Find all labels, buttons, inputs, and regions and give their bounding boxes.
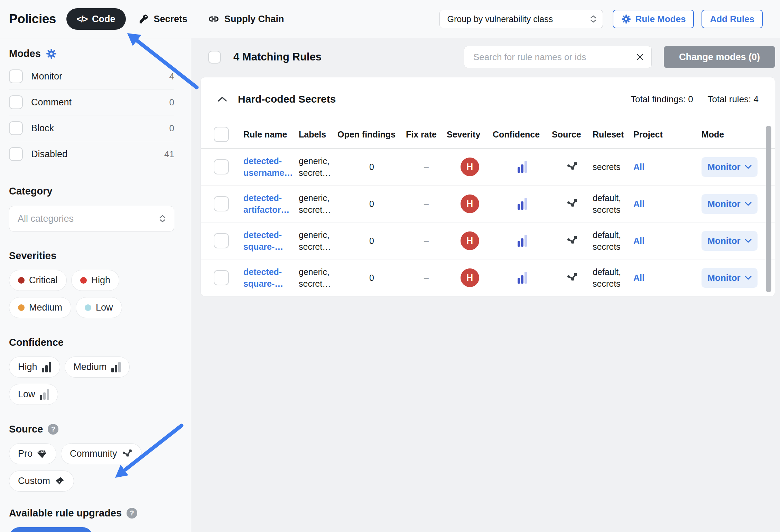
add-rules-label: Add Rules — [710, 14, 754, 25]
table-row: detected-square-… generic,secret… 0 – H … — [201, 222, 775, 259]
project-all-link[interactable]: All — [633, 236, 702, 246]
open-findings-value: 0 — [337, 162, 406, 172]
project-all-link[interactable]: All — [633, 273, 702, 283]
open-findings-value: 0 — [337, 199, 406, 209]
rule-group-card: Hard-coded Secrets Total findings: 0 Tot… — [201, 77, 775, 296]
select-chevrons-icon — [590, 15, 596, 23]
comment-checkbox[interactable] — [9, 95, 23, 109]
severity-high-badge: H — [461, 194, 479, 213]
severities-title: Severities — [9, 250, 174, 262]
rules-main: 4 Matching Rules Change modes (0) Hard-c… — [192, 38, 780, 532]
pill-label: Medium — [74, 362, 107, 372]
col-open-findings: Open findings — [337, 130, 406, 140]
secrets-upgrade-button[interactable]: Secrets — [9, 527, 93, 532]
mode-label: Block — [31, 123, 54, 134]
pen-nib-icon — [55, 476, 65, 486]
gear-icon — [621, 14, 631, 24]
filters-sidebar: Modes Monitor 4 Comment 0 Block 0 — [0, 38, 191, 532]
pill-label: Low — [96, 302, 113, 313]
block-checkbox[interactable] — [9, 121, 23, 135]
ruleset-value: default,secrets — [593, 192, 633, 216]
select-all-checkbox[interactable] — [208, 51, 221, 64]
monitor-checkbox[interactable] — [9, 69, 23, 83]
group-by-select[interactable]: Group by vulnerability class — [439, 10, 603, 28]
confidence-pill-medium[interactable]: Medium — [65, 357, 130, 378]
rule-modes-label: Rule Modes — [635, 14, 686, 25]
rule-labels: generic,secret… — [299, 266, 337, 289]
community-source-icon — [552, 235, 593, 247]
rule-labels: generic,secret… — [299, 155, 337, 179]
matching-rules-count: 4 Matching Rules — [233, 51, 322, 63]
mode-dropdown[interactable]: Monitor — [702, 268, 758, 288]
mode-row-block[interactable]: Block 0 — [9, 115, 174, 141]
mode-count: 0 — [169, 123, 174, 134]
confidence-low-bars-icon — [40, 389, 49, 400]
clear-search-icon[interactable] — [635, 53, 644, 61]
tab-code-label: Code — [92, 14, 115, 25]
tab-secrets[interactable]: Secrets — [138, 14, 188, 25]
mode-row-comment[interactable]: Comment 0 — [9, 89, 174, 115]
project-all-link[interactable]: All — [633, 162, 702, 172]
col-fix-rate: Fix rate — [406, 130, 447, 140]
pill-label: Pro — [18, 448, 32, 459]
pill-label: Community — [70, 448, 117, 459]
rule-name-link[interactable]: detected-artifactor… — [243, 192, 299, 216]
vertical-scrollbar-thumb[interactable] — [766, 126, 771, 292]
source-pill-custom[interactable]: Custom — [9, 471, 74, 492]
table-row: detected-artifactor… generic,secret… 0 –… — [201, 186, 775, 222]
row-checkbox[interactable] — [214, 196, 229, 211]
ruleset-value: default,secrets — [593, 229, 633, 253]
mode-dropdown[interactable]: Monitor — [702, 157, 758, 177]
severity-pill-medium[interactable]: Medium — [9, 297, 71, 318]
rule-name-link[interactable]: detected-square-… — [243, 229, 299, 253]
modes-settings-gear-icon[interactable] — [46, 48, 57, 59]
rule-search-input[interactable] — [473, 51, 635, 63]
tab-supply-chain[interactable]: Supply Chain — [208, 13, 284, 25]
change-modes-button[interactable]: Change modes (0) — [664, 46, 775, 68]
severity-pill-critical[interactable]: Critical — [9, 270, 67, 291]
severity-high-badge: H — [461, 158, 479, 176]
pill-label: Critical — [29, 275, 58, 286]
pill-label: Low — [18, 389, 35, 400]
fix-rate-value: – — [406, 236, 447, 246]
confidence-pill-low[interactable]: Low — [9, 384, 58, 405]
mode-label: Disabled — [31, 149, 67, 160]
category-select[interactable]: All categories — [9, 206, 174, 231]
add-rules-button[interactable]: Add Rules — [702, 10, 763, 28]
confidence-medium-bars-icon — [111, 362, 121, 372]
select-group-checkbox[interactable] — [214, 127, 229, 142]
disabled-checkbox[interactable] — [9, 147, 23, 161]
severity-pill-low[interactable]: Low — [76, 297, 122, 318]
rule-name-link[interactable]: detected-square-… — [243, 266, 299, 289]
collapse-chevron-icon[interactable] — [216, 93, 228, 105]
mode-label: Comment — [31, 97, 72, 108]
rule-group-title: Hard-coded Secrets — [238, 93, 336, 105]
rules-toolbar: 4 Matching Rules Change modes (0) — [192, 46, 780, 68]
tab-code[interactable]: </> Code — [66, 8, 126, 30]
fix-rate-value: – — [406, 199, 447, 209]
modes-title: Modes — [9, 48, 41, 59]
rule-search — [464, 46, 652, 68]
severity-pill-high[interactable]: High — [71, 270, 120, 291]
fix-rate-value: – — [406, 162, 447, 172]
mode-row-monitor[interactable]: Monitor 4 — [9, 64, 174, 89]
ruleset-value: default,secrets — [593, 266, 633, 289]
mode-count: 41 — [164, 149, 174, 160]
row-checkbox[interactable] — [214, 159, 229, 174]
upgrades-help-icon[interactable]: ? — [127, 508, 137, 519]
category-value: All categories — [18, 213, 74, 224]
row-checkbox[interactable] — [214, 233, 229, 248]
rule-modes-button[interactable]: Rule Modes — [613, 10, 694, 28]
col-rule-name: Rule name — [243, 130, 299, 140]
mode-row-disabled[interactable]: Disabled 41 — [9, 141, 174, 167]
source-pill-community[interactable]: Community — [61, 443, 142, 464]
project-all-link[interactable]: All — [633, 199, 702, 209]
source-help-icon[interactable]: ? — [48, 424, 58, 435]
rule-name-link[interactable]: detected-username… — [243, 155, 299, 179]
mode-dropdown[interactable]: Monitor — [702, 231, 758, 251]
row-checkbox[interactable] — [214, 270, 229, 285]
confidence-pill-high[interactable]: High — [9, 357, 60, 378]
source-pill-pro[interactable]: Pro — [9, 443, 56, 464]
table-row: detected-username… generic,secret… 0 – H… — [201, 149, 775, 186]
mode-dropdown[interactable]: Monitor — [702, 194, 758, 214]
